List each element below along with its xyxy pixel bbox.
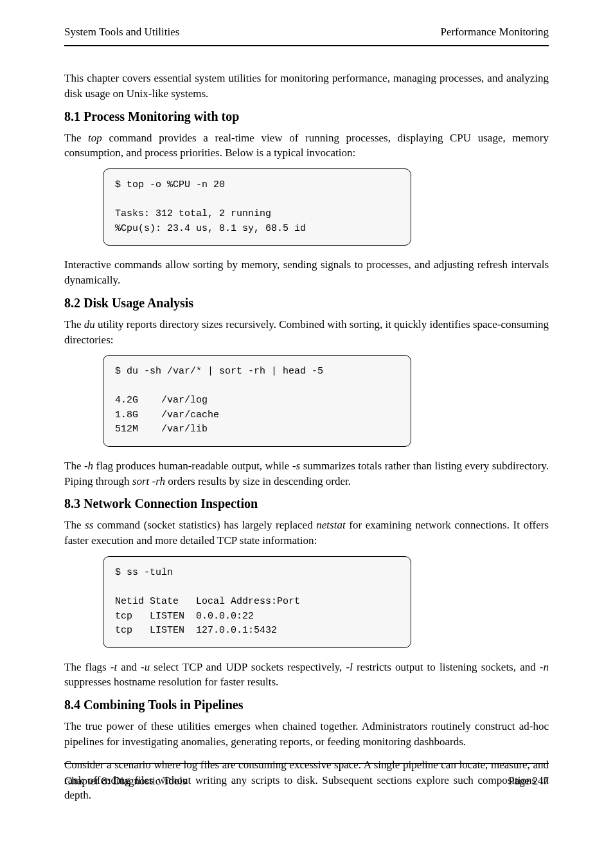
content: This chapter covers essential system uti… (64, 71, 549, 811)
footer-rule (64, 763, 549, 764)
section-1-para-2: Interactive commands allow sorting by me… (64, 257, 549, 288)
code-block-ss: $ ss -tuln Netid State Local Address:Por… (103, 556, 411, 648)
text: and (117, 661, 141, 673)
section-title-2: 8.2 Disk Usage Analysis (64, 296, 549, 311)
section-1-para-1: The top command provides a real-time vie… (64, 131, 549, 161)
header-left: System Tools and Utilities (64, 26, 179, 39)
code-block-du: $ du -sh /var/* | sort -rh | head -5 4.2… (103, 355, 411, 447)
cmd-top: top (88, 132, 102, 144)
text: select TCP and UDP sockets respectively, (150, 661, 346, 673)
cmd-sort: sort -rh (132, 475, 165, 487)
text: suppresses hostname resolution for faste… (64, 676, 278, 688)
section-title-1: 8.1 Process Monitoring with top (64, 109, 549, 124)
flag-n: -n (540, 661, 549, 673)
section-title-3: 8.3 Network Connection Inspection (64, 496, 549, 511)
section-3-para-1: The ss command (socket statistics) has l… (64, 518, 549, 548)
header-rule (64, 45, 549, 46)
intro-paragraph: This chapter covers essential system uti… (64, 71, 549, 102)
text: command provides a real-time view of run… (64, 132, 549, 159)
flag-s: -s (292, 460, 300, 472)
flag-t: -t (111, 661, 117, 673)
footer-left: Chapter 8: Diagnostic Tools (64, 775, 187, 788)
cmd-ss: ss (85, 519, 93, 531)
text: The (64, 132, 88, 144)
code-block-top: $ top -o %CPU -n 20 Tasks: 312 total, 2 … (103, 168, 411, 246)
cmd-du: du (84, 318, 95, 330)
text: flag produces human-readable output, whi… (93, 460, 292, 472)
flag-u: -u (141, 661, 150, 673)
text: The flags (64, 661, 111, 673)
header-right: Performance Monitoring (440, 26, 549, 39)
section-2-para-1: The du utility reports directory sizes r… (64, 317, 549, 348)
page: System Tools and Utilities Performance M… (0, 0, 613, 868)
section-3-para-2: The flags -t and -u select TCP and UDP s… (64, 660, 549, 691)
text: The (64, 519, 85, 531)
flag-l: -l (346, 661, 352, 673)
cmd-netstat: netstat (316, 519, 345, 531)
section-title-4: 8.4 Combining Tools in Pipelines (64, 698, 549, 712)
text: The (64, 460, 84, 472)
text: command (socket statistics) has largely … (93, 519, 316, 531)
text: The (64, 318, 84, 330)
flag-h: -h (84, 460, 93, 472)
section-4-para-1: The true power of these utilities emerge… (64, 719, 549, 750)
footer-right: Page 247 (508, 775, 549, 788)
text: orders results by size in descending ord… (165, 475, 351, 487)
text: utility reports directory sizes recursiv… (64, 318, 549, 346)
text: restricts output to listening sockets, a… (353, 661, 540, 673)
section-2-para-2: The -h flag produces human-readable outp… (64, 458, 549, 489)
